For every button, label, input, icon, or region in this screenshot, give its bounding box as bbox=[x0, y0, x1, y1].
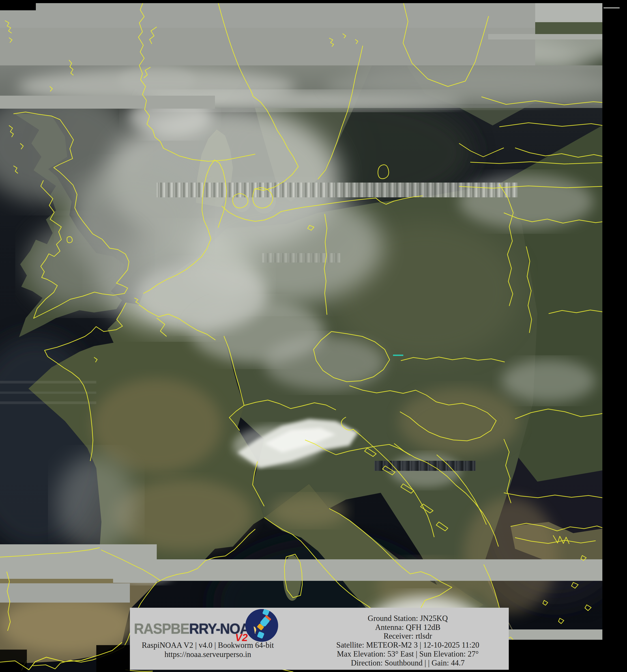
ground-station-line: Ground Station: JN25KQ bbox=[313, 614, 503, 623]
satellite-map-image bbox=[0, 0, 627, 672]
glitch-teal-line bbox=[393, 355, 403, 356]
satellite-capture-screenshot: RASPBERRY-NOAA V2 RaspiNOAA V2 | v4.0 | … bbox=[0, 0, 627, 672]
station-url: https://noaa.serveurperso.in bbox=[136, 650, 280, 659]
elevation-line: Max Elevation: 53° East | Sun Elevation:… bbox=[313, 650, 503, 658]
satellite-pass-line: Satellite: METEOR-M2 3 | 12-10-2025 11:2… bbox=[313, 641, 503, 650]
raspberry-noaa-logo: RASPBERRY-NOAA V2 bbox=[134, 617, 304, 641]
glitch-band-left-gray bbox=[0, 96, 215, 109]
satellite-icon bbox=[245, 609, 278, 642]
antenna-line: Antenna: QFH 12dB bbox=[313, 623, 503, 632]
glitch-band-baltic-streaks bbox=[157, 183, 517, 197]
glitch-band-south-gray bbox=[157, 559, 602, 581]
glitch-band-topright-gray bbox=[535, 3, 602, 22]
logo-text-left: RASPBE bbox=[134, 621, 189, 637]
direction-gain-line: Direction: Southbound | | Gain: 44.7 bbox=[313, 658, 503, 668]
build-info-line: RaspiNOAA V2 | v4.0 | Bookworm 64-bit bbox=[136, 641, 280, 650]
glitch-band-south-gray-left bbox=[0, 544, 157, 583]
caption-right-text: Ground Station: JN25KQ Antenna: QFH 12dB… bbox=[313, 614, 503, 667]
receiver-line: Receiver: rtlsdr bbox=[313, 632, 503, 641]
caption-left-text: RaspiNOAA V2 | v4.0 | Bookworm 64-bit ht… bbox=[136, 641, 280, 659]
right-black-margin bbox=[602, 0, 627, 672]
caption-panel: RASPBERRY-NOAA V2 RaspiNOAA V2 | v4.0 | … bbox=[130, 608, 509, 670]
